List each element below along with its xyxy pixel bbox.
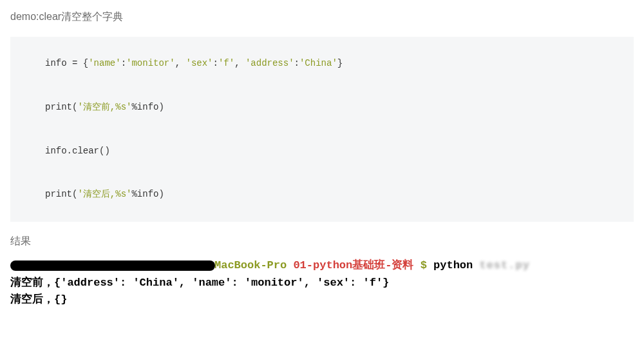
code-line-2: print('清空前,%s'%info) — [45, 100, 599, 115]
code-spacer — [45, 159, 599, 187]
terminal-line-prompt: MacBook-Pro 01-python基础班-资料 $ python tes… — [10, 257, 634, 274]
code-line-1: info = {'name':'monitor', 'sex':'f', 'ad… — [45, 56, 599, 72]
terminal-path: 01-python基础班-资料 — [293, 259, 420, 271]
section-title: demo:clear清空整个字典 — [10, 10, 634, 24]
terminal-command: python — [433, 259, 479, 271]
code-line-4: print('清空后,%s'%info) — [45, 187, 599, 202]
terminal-prompt-symbol: $ — [421, 259, 433, 271]
code-spacer — [45, 72, 599, 100]
terminal-command-obscured: test.py — [479, 257, 529, 274]
terminal-output: MacBook-Pro 01-python基础班-资料 $ python tes… — [10, 257, 634, 308]
redacted-block — [10, 261, 215, 271]
code-block: info = {'name':'monitor', 'sex':'f', 'ad… — [10, 37, 634, 222]
result-label: 结果 — [10, 235, 634, 248]
smudge-artifact — [478, 274, 614, 296]
code-spacer — [45, 115, 599, 144]
code-line-3: info.clear() — [45, 144, 599, 159]
terminal-host: MacBook-Pro — [214, 259, 293, 271]
